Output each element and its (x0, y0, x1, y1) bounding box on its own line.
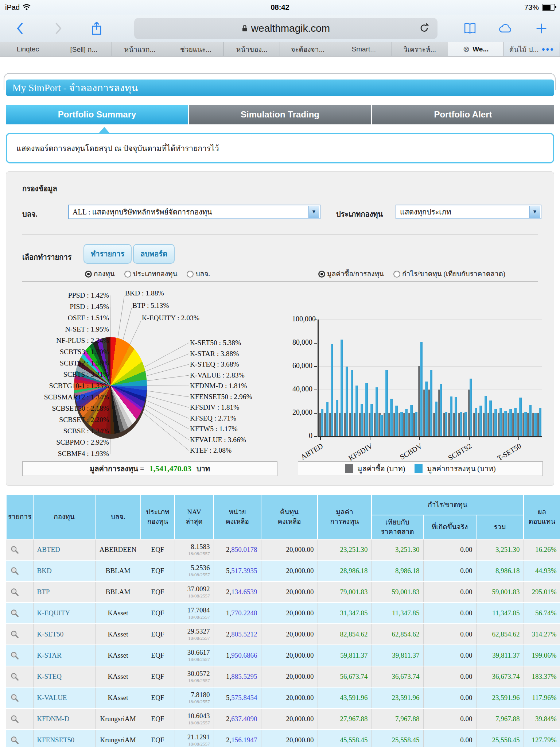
status-bar: iPad 08:42 73% (0, 0, 560, 15)
browser-tab[interactable]: วิเคราะห์... (392, 42, 448, 56)
units-cell: 1,885.5295 (214, 666, 261, 687)
tab-portfolio-summary[interactable]: Portfolio Summary (6, 105, 188, 124)
view-detail-cell[interactable] (6, 581, 33, 603)
back-button[interactable] (0, 22, 40, 35)
address-bar[interactable]: wealthmagik.com (134, 18, 438, 39)
amc-select[interactable]: ALL : แสดงทุกบริษัทหลักทรัพย์จัดการกองทุ… (68, 205, 320, 219)
value-bar (519, 398, 522, 436)
forward-button[interactable] (40, 22, 77, 35)
browser-tab[interactable]: หน้าแรก... (112, 42, 168, 56)
value-bar (460, 412, 462, 436)
bar-pair (408, 320, 413, 436)
amc-cell: KrungsriAM (95, 729, 141, 747)
fund-type-select[interactable]: แสดงทุกประเภท ▼ (396, 205, 541, 219)
view-detail-cell[interactable] (6, 645, 33, 666)
bar-pair (497, 320, 502, 436)
magnifier-icon[interactable] (10, 630, 19, 639)
pie-group-radio[interactable]: ประเภทกองทุน (124, 268, 178, 279)
share-button[interactable] (77, 21, 117, 36)
fund-name-link[interactable]: K-VALUE (33, 687, 95, 708)
x-axis-tick (419, 437, 420, 440)
new-tab-button[interactable] (535, 22, 548, 35)
fund-name-link[interactable]: K-STEQ (33, 666, 95, 687)
view-detail-cell[interactable] (6, 539, 33, 560)
reload-button[interactable] (419, 22, 429, 34)
fund-type-cell: EQF (141, 708, 175, 729)
view-detail-cell[interactable] (6, 560, 33, 581)
cost-cell: 20,000.00 (261, 666, 318, 687)
value-cell: 23,251.30 (318, 539, 372, 560)
magnifier-icon[interactable] (10, 608, 19, 618)
magnifier-icon[interactable] (10, 651, 19, 660)
browser-tab[interactable]: ต้นไม้ ป...●●● (504, 42, 560, 56)
more-tabs-icon[interactable]: ●●● (541, 46, 554, 53)
magnifier-icon[interactable] (10, 714, 19, 724)
fund-name-link[interactable]: ABTED (33, 539, 95, 560)
value-bar (390, 399, 393, 436)
vs-market-cell: 62,854.62 (372, 624, 423, 645)
magnifier-icon[interactable] (10, 566, 19, 576)
browser-tab[interactable]: จะต้องจา... (280, 42, 336, 56)
bar-pair (338, 320, 343, 436)
pie-group-radio[interactable]: กองทุน (85, 268, 115, 279)
pie-group-radio[interactable]: บลจ. (187, 268, 210, 279)
magnifier-icon[interactable] (10, 672, 19, 681)
x-axis-tick (320, 437, 321, 440)
value-bar (445, 412, 447, 436)
view-detail-cell[interactable] (6, 687, 33, 708)
delete-port-button[interactable]: ลบพอร์ต (133, 244, 175, 264)
magnifier-icon[interactable] (10, 545, 19, 554)
fund-name-link[interactable]: KFENSET50 (33, 729, 95, 747)
cost-cell: 20,000.00 (261, 581, 318, 603)
fund-name-link[interactable]: BTP (33, 581, 95, 603)
browser-tab[interactable]: หน้าของ... (224, 42, 280, 56)
bar-pair (527, 320, 532, 436)
browser-tab[interactable]: Smart... (336, 42, 392, 56)
bar-pair (324, 320, 329, 436)
y-axis-tick-label: 0 (292, 431, 312, 440)
value-bar (365, 383, 368, 436)
bar-metric-radio[interactable]: มูลค่าซื้อ/การลงทุน (318, 268, 384, 279)
y-axis-tick-label: 60,000 (292, 361, 312, 370)
view-detail-cell[interactable] (6, 603, 33, 624)
realized-cell: 0.00 (423, 708, 476, 729)
browser-tab-label: Linqtec (17, 45, 39, 53)
fund-name-link[interactable]: KFDNM-D (33, 708, 95, 729)
icloud-tabs-button[interactable] (497, 22, 513, 35)
bar-metric-radio[interactable]: กำไร/ขาดทุน (เทียบกับราคาตลาด) (393, 268, 505, 279)
bookmarks-button[interactable] (463, 22, 477, 35)
bar-pair (462, 320, 467, 436)
magnifier-icon[interactable] (10, 587, 19, 597)
view-detail-cell[interactable] (6, 624, 33, 645)
pie-slice-label: OSEF : 1.51% (10, 314, 109, 322)
browser-tab[interactable]: ช่วยแนะ... (168, 42, 224, 56)
col-realized: ที่เกิดขึ้นจริง (423, 515, 476, 539)
make-transaction-button[interactable]: ทำรายการ (83, 244, 132, 264)
tab-simulation-trading[interactable]: Simulation Trading (189, 105, 371, 124)
browser-tab[interactable]: ⊗We... (448, 42, 504, 56)
magnifier-icon[interactable] (10, 735, 19, 745)
fund-name-link[interactable]: K-SET50 (33, 624, 95, 645)
view-detail-cell[interactable] (6, 729, 33, 747)
magnifier-icon[interactable] (10, 693, 19, 703)
fund-name-link[interactable]: K-EQUITY (33, 603, 95, 624)
fund-name-link[interactable]: BKD (33, 560, 95, 581)
browser-tab[interactable]: [Sell] ก... (56, 42, 112, 56)
value-bar (410, 405, 413, 436)
value-cell: 45,558.45 (318, 729, 372, 747)
close-tab-icon[interactable]: ⊗ (463, 44, 470, 54)
view-detail-cell[interactable] (6, 666, 33, 687)
value-bar (529, 405, 532, 436)
table-row: K-STEQKAssetEQF30.057218/08/25571,885.52… (6, 666, 560, 687)
browser-tab[interactable]: Linqtec (0, 42, 56, 56)
tab-portfolio-alert[interactable]: Portfolio Alert (372, 105, 554, 124)
pl-total-cell: 23,591.96 (476, 687, 524, 708)
value-bar (395, 406, 398, 436)
bar-pair (452, 320, 458, 436)
ipad-screen: iPad 08:42 73% (0, 0, 560, 747)
value-cell: 43,591.96 (318, 687, 372, 708)
nav-cell: 21.129118/08/2557 (175, 729, 214, 747)
fund-name-link[interactable]: K-STAR (33, 645, 95, 666)
view-detail-cell[interactable] (6, 708, 33, 729)
return-cell: 314.27% (524, 624, 560, 645)
